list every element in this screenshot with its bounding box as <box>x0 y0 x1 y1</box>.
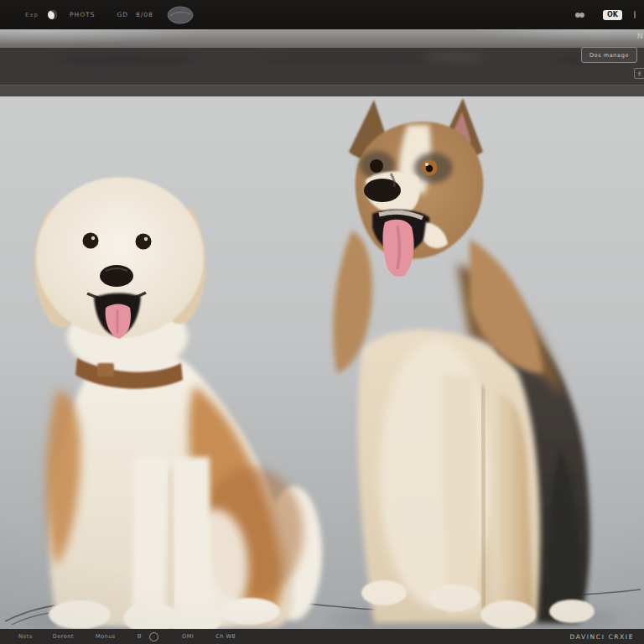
options-bar: Dos manage N E <box>0 29 644 96</box>
options-bar-glare-strip <box>0 29 644 48</box>
menu-item-tool[interactable]: GD <box>117 11 128 18</box>
bottombar-item-nets[interactable]: Nets <box>18 633 33 640</box>
toolbar-action-button[interactable]: Dos manage <box>581 47 637 63</box>
bottombar-item-omi[interactable]: OMI <box>182 633 194 640</box>
menu-item-app[interactable]: PHOTS <box>70 11 95 18</box>
bottombar-item-deront[interactable]: Deront <box>53 633 74 640</box>
bottom-tool-bar: Nets Deront Monus B OMI Ch WB DAVINCI CR… <box>0 629 644 644</box>
panel-edge-label: N <box>636 32 643 40</box>
circle-icon[interactable] <box>48 10 57 19</box>
bottombar-item-b[interactable]: B <box>138 633 142 640</box>
bottombar-item-chwb[interactable]: Ch WB <box>216 633 236 640</box>
link-eyes-icon[interactable] <box>575 13 584 18</box>
menu-item-exp[interactable]: Exp <box>25 12 39 18</box>
frame-counter: 8/08 <box>136 11 153 18</box>
color-swatch-icon[interactable] <box>149 632 158 641</box>
ok-button[interactable]: OK <box>603 10 622 20</box>
dogs-artwork <box>0 96 644 629</box>
toolbar-smudge <box>50 55 201 65</box>
left-dog-illustration <box>21 177 322 629</box>
artist-signature: DAVINCI CRXIE <box>570 633 634 641</box>
top-menu-bar: Exp PHOTS GD 8/08 OK <box>0 0 644 29</box>
toolbar-smudge <box>423 53 482 61</box>
bottombar-item-monus[interactable]: Monus <box>96 633 116 640</box>
options-bar-lower-strip <box>0 85 644 96</box>
app-logo-icon <box>167 6 194 24</box>
panel-edge-badge[interactable]: E <box>634 68 644 79</box>
overflow-menu-icon[interactable] <box>634 11 636 18</box>
right-dog-illustration <box>327 98 621 629</box>
painting-canvas[interactable] <box>0 96 644 629</box>
